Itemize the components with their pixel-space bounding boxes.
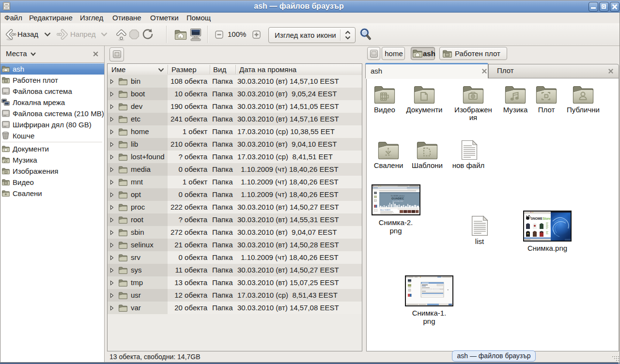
svg-text:GNOME: GNOME	[531, 217, 543, 220]
svg-text:The GNOME conference: The GNOME conference	[391, 195, 405, 197]
svg-text:About GUADEC: About GUADEC	[380, 209, 391, 211]
svg-text:July 24-30th 2010: July 24-30th 2010	[392, 200, 403, 202]
svg-text:GUADEC: GUADEC	[391, 197, 404, 200]
svg-text:Store: Store	[543, 217, 551, 220]
